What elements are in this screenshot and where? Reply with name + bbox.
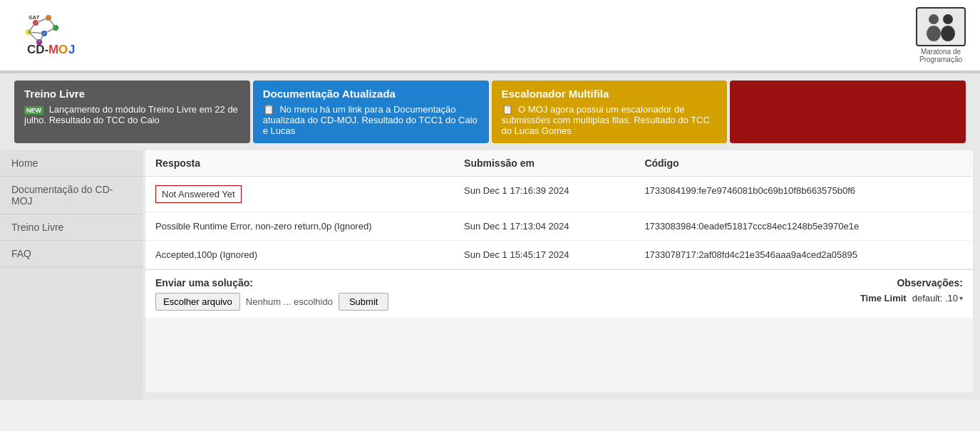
svg-line-10: [29, 23, 36, 32]
sidebar-item-treino-livre[interactable]: Treino Livre: [0, 214, 143, 241]
svg-line-8: [44, 28, 56, 33]
header: SAT CD- M O J Maratona deProgramação: [0, 0, 980, 72]
time-limit-row: Time Limit default: .10 ▾: [860, 293, 963, 303]
svg-text:M: M: [48, 43, 58, 56]
svg-point-18: [929, 14, 939, 24]
svg-text:O: O: [58, 43, 68, 56]
banner-treino-livre-title: Treino Livre: [24, 88, 240, 100]
new-badge: NEW: [24, 106, 43, 115]
banner-escalonador-title: Escalonador Multifila: [502, 88, 718, 100]
svg-text:CD-: CD-: [27, 43, 48, 56]
svg-text:SAT: SAT: [29, 14, 40, 21]
submissao-cell-1: Sun Dec 1 17:13:04 2024: [454, 212, 634, 241]
logo-area: SAT CD- M O J: [14, 12, 107, 58]
codigo-cell-1: 1733083984:0eadef51817ccc84ec1248b5e3970…: [634, 212, 973, 241]
table-row: Accepted,100p (Ignored)Sun Dec 1 15:45:1…: [145, 241, 973, 269]
banners-section: Treino Livre NEW Lançamento do módulo Tr…: [0, 73, 980, 150]
svg-line-12: [29, 32, 39, 42]
submissions-table: Resposta Submissão em Código Not Answere…: [145, 150, 973, 269]
choose-file-button[interactable]: Escolher arquivo: [155, 293, 240, 311]
doc-icon: 📋: [263, 104, 274, 115]
svg-point-19: [927, 26, 941, 41]
observacoes-section: Observações: Time Limit default: .10 ▾: [860, 277, 963, 303]
sidebar-item-faq[interactable]: FAQ: [0, 241, 143, 267]
col-submissao: Submissão em: [454, 150, 634, 177]
maratona-label: Maratona deProgramação: [919, 48, 962, 63]
banner-escalonador: Escalonador Multifila 📋 O MOJ agora poss…: [492, 81, 728, 143]
chevron-down-icon[interactable]: ▾: [959, 294, 963, 302]
enviar-section: Enviar uma solução: Escolher arquivo Nen…: [155, 277, 388, 311]
submissions-table-wrapper[interactable]: Resposta Submissão em Código Not Answere…: [145, 150, 973, 269]
svg-point-21: [941, 26, 955, 41]
col-codigo: Código: [634, 150, 973, 177]
table-row: Possible Runtime Error, non-zero return,…: [145, 212, 973, 241]
resposta-cell-2: Accepted,100p (Ignored): [145, 241, 454, 269]
svg-line-7: [48, 18, 56, 28]
bottom-bar: Enviar uma solução: Escolher arquivo Nen…: [145, 269, 973, 318]
banner-treino-livre: Treino Livre NEW Lançamento do módulo Tr…: [14, 81, 250, 143]
enviar-controls: Escolher arquivo Nenhum ... escolhido Su…: [155, 293, 388, 311]
banner-red: [730, 81, 966, 143]
submissao-cell-2: Sun Dec 1 15:45:17 2024: [454, 241, 634, 269]
enviar-label: Enviar uma solução:: [155, 277, 388, 289]
col-resposta: Resposta: [145, 150, 454, 177]
file-name-display: Nenhum ... escolhido: [243, 294, 336, 310]
time-limit-value: default: .10 ▾: [912, 293, 963, 303]
queue-icon: 📋: [502, 104, 513, 115]
banner-documentacao-text: 📋 No menu há um link para a Documentação…: [263, 104, 479, 136]
codigo-cell-2: 1733078717:2af08fd4c21e3546aaa9a4ced2a05…: [634, 241, 973, 269]
observacoes-label: Observações:: [860, 277, 963, 289]
resposta-cell-1: Possible Runtime Error, non-zero return,…: [145, 212, 454, 241]
site-logo: SAT CD- M O J: [14, 12, 107, 58]
table-row: Not Answered YetSun Dec 1 17:16:39 20241…: [145, 177, 973, 212]
time-limit-key: Time Limit: [860, 293, 907, 303]
content-area: Resposta Submissão em Código Not Answere…: [145, 150, 973, 393]
submissao-cell-0: Sun Dec 1 17:16:39 2024: [454, 177, 634, 212]
banner-treino-livre-text: NEW Lançamento do módulo Treino Livre em…: [24, 104, 240, 125]
maratona-icon: [916, 7, 966, 46]
banner-documentacao-title: Documentação Atualizada: [263, 88, 479, 100]
main-layout: Home Documentação do CD-MOJ Treino Livre…: [0, 150, 980, 400]
resposta-cell-0: Not Answered Yet: [145, 177, 454, 212]
submit-button[interactable]: Submit: [339, 293, 388, 311]
maratona-logo: Maratona deProgramação: [916, 7, 966, 63]
not-answered-badge: Not Answered Yet: [155, 185, 242, 203]
svg-point-20: [943, 14, 953, 24]
svg-text:J: J: [68, 43, 75, 56]
banner-escalonador-text: 📋 O MOJ agora possui um escalonador de s…: [502, 104, 718, 136]
sidebar: Home Documentação do CD-MOJ Treino Livre…: [0, 150, 143, 400]
sidebar-item-home[interactable]: Home: [0, 150, 143, 177]
codigo-cell-0: 1733084199:fe7e9746081b0c69b10f8b663575b…: [634, 177, 973, 212]
sidebar-item-documentacao[interactable]: Documentação do CD-MOJ: [0, 177, 143, 214]
banner-documentacao: Documentação Atualizada 📋 No menu há um …: [253, 81, 489, 143]
